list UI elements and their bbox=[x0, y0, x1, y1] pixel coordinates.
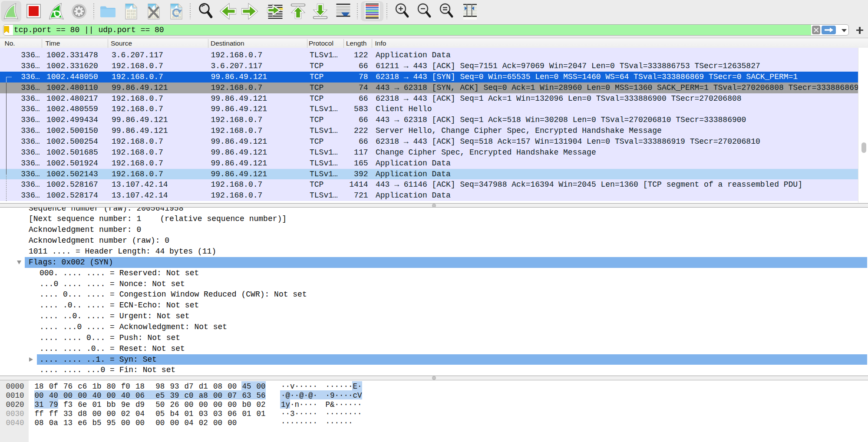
svg-text:01110: 01110 bbox=[127, 16, 136, 19]
